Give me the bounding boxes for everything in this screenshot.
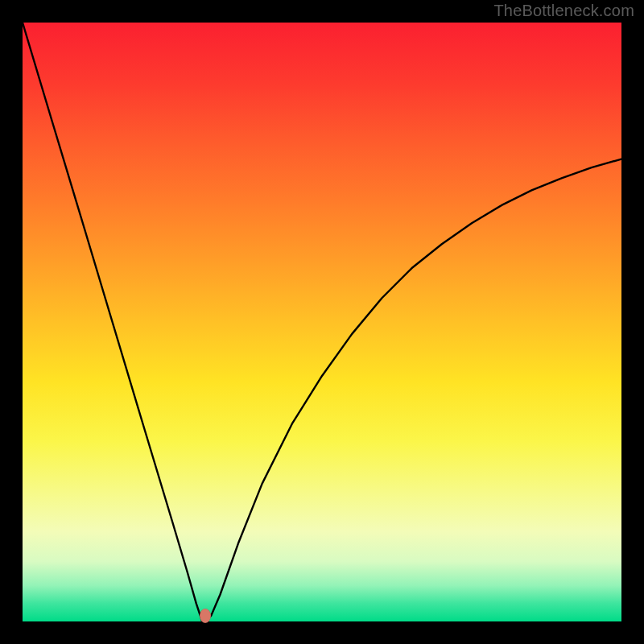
watermark-text: TheBottleneck.com — [493, 2, 634, 20]
minimum-marker — [200, 609, 211, 623]
bottleneck-curve — [23, 23, 621, 621]
plot-area — [23, 23, 621, 621]
chart-frame: TheBottleneck.com — [0, 0, 644, 644]
